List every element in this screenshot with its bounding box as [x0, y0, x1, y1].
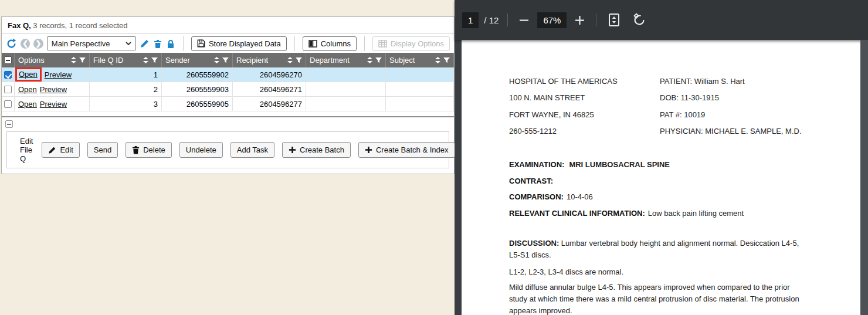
discussion-paragraph: Mild diffuse annular bulge L4-5. This ap… — [509, 282, 807, 315]
scrollbar[interactable] — [860, 40, 868, 315]
row-checkbox[interactable] — [4, 71, 12, 79]
filter-icon[interactable] — [296, 57, 302, 63]
fit-to-page-icon[interactable] — [605, 11, 623, 29]
collapse-row — [2, 117, 454, 131]
recipient-cell: 2604596277 — [233, 97, 306, 111]
filter-icon[interactable] — [375, 57, 382, 63]
zoom-in-icon[interactable] — [572, 13, 587, 28]
column-label: Department — [310, 56, 367, 65]
exam-fields-block: EXAMINATION:MRI LUMBOSACRAL SPINE CONTRA… — [509, 157, 744, 221]
perspective-select-value: Main Perspective — [52, 39, 110, 48]
filter-icon[interactable] — [151, 57, 158, 63]
zoom-out-icon[interactable] — [517, 13, 531, 28]
annotation-highlight-box: Open — [15, 67, 42, 82]
open-link[interactable]: Open — [18, 100, 37, 109]
trash-icon — [132, 145, 140, 154]
add-task-button[interactable]: Add Task — [230, 142, 274, 158]
zoom-level-input[interactable]: 67% — [537, 12, 567, 28]
open-link[interactable]: Open — [19, 70, 38, 79]
edit-button[interactable]: Edit — [42, 142, 79, 158]
filter-icon[interactable] — [443, 57, 450, 63]
discussion-block: DISCUSSION: Lumbar vertebral body height… — [509, 238, 807, 315]
page-count-label: / 12 — [484, 15, 499, 25]
store-displayed-data-label: Store Displayed Data — [209, 39, 281, 48]
fax-q-pane: Fax Q, 3 records, 1 record selected ❮ ❯ … — [0, 0, 455, 315]
delete-perspective-trash-icon[interactable] — [153, 39, 162, 49]
sort-icon[interactable] — [71, 57, 76, 63]
columns-button[interactable]: Columns — [303, 36, 357, 51]
column-header-file-q-id[interactable]: File Q ID — [90, 53, 162, 67]
sender-cell: 2605559903 — [162, 82, 233, 97]
sender-cell: 2605559902 — [162, 67, 233, 82]
perspective-select[interactable]: Main Perspective — [47, 36, 136, 50]
row-checkbox[interactable] — [4, 100, 12, 108]
lock-perspective-icon[interactable] — [166, 39, 175, 49]
recipient-cell: 2604596271 — [233, 82, 306, 97]
sort-icon[interactable] — [435, 57, 440, 63]
nav-next-icon[interactable]: ❯ — [33, 39, 43, 49]
sort-icon[interactable] — [214, 57, 219, 63]
display-options-button[interactable]: Display Options — [372, 36, 450, 51]
row-checkbox[interactable] — [4, 86, 12, 93]
create-batch-index-button[interactable]: Create Batch & Index — [358, 142, 455, 158]
save-icon — [197, 39, 205, 48]
page-number-input[interactable]: 1 — [462, 12, 479, 28]
delete-button-label: Delete — [143, 145, 165, 154]
file-q-id-cell: 2 — [90, 82, 162, 97]
toolbar-separator — [364, 36, 365, 51]
send-button-label: Send — [94, 145, 111, 154]
columns-label: Columns — [321, 39, 351, 48]
department-cell — [306, 97, 386, 111]
undelete-button[interactable]: Undelete — [179, 142, 223, 158]
toolbar-separator — [596, 13, 596, 26]
column-header-recipient[interactable]: Recipient — [233, 53, 306, 67]
edit-perspective-pencil-icon[interactable] — [140, 39, 150, 49]
column-header-options[interactable]: Options — [15, 53, 90, 67]
sort-icon[interactable] — [367, 57, 372, 63]
department-cell — [306, 82, 386, 97]
create-batch-button[interactable]: Create Batch — [282, 142, 351, 158]
display-options-label: Display Options — [391, 39, 444, 48]
nav-previous-icon[interactable]: ❮ — [21, 39, 30, 49]
display-options-grid-icon — [378, 40, 387, 48]
filter-icon[interactable] — [222, 57, 229, 63]
preview-link[interactable]: Preview — [40, 85, 67, 94]
facility-street: 100 N. MAIN STREET — [509, 90, 618, 106]
sender-cell: 2605559905 — [162, 97, 233, 111]
add-task-button-label: Add Task — [237, 145, 268, 154]
facility-phone: 260-555-1212 — [509, 123, 618, 140]
column-header-department[interactable]: Department — [306, 53, 386, 67]
table-row[interactable]: OpenPreview 1 2605559902 2604596270 — [2, 67, 454, 82]
delete-button[interactable]: Delete — [126, 142, 172, 158]
collapse-section-icon[interactable] — [5, 120, 13, 128]
table-row[interactable]: OpenPreview 2 2605559903 2604596271 — [2, 82, 454, 97]
refresh-icon[interactable] — [6, 38, 17, 49]
filter-icon[interactable] — [79, 57, 86, 63]
column-header-sender[interactable]: Sender — [162, 53, 233, 67]
pdf-document-page: HOSPITAL OF THE AMERICAS 100 N. MAIN STR… — [462, 40, 868, 315]
store-displayed-data-button[interactable]: Store Displayed Data — [191, 36, 287, 51]
preview-link[interactable]: Preview — [40, 100, 67, 109]
sort-icon[interactable] — [287, 57, 293, 63]
table-row[interactable]: OpenPreview 3 2605559905 2604596277 — [2, 97, 454, 111]
facility-address-block: HOSPITAL OF THE AMERICAS 100 N. MAIN STR… — [509, 73, 618, 140]
file-q-id-cell: 3 — [90, 97, 162, 111]
field-comparison: COMPARISON:10-4-06 — [509, 189, 744, 205]
column-header-subject[interactable]: Subject — [386, 53, 454, 67]
pdf-viewer-pane: 1 / 12 67% HOSPITAL OF THE AMERICAS 100 … — [455, 0, 868, 315]
send-button[interactable]: Send — [87, 142, 118, 158]
patient-name: PATIENT: William S. Hart — [660, 73, 802, 90]
sort-icon[interactable] — [143, 57, 148, 63]
file-q-id-cell: 1 — [90, 67, 162, 82]
panel-title-name: Fax Q, — [8, 21, 31, 30]
facility-city: FORT WAYNE, IN 46825 — [509, 107, 618, 123]
rotate-icon[interactable] — [630, 11, 649, 29]
subject-cell — [386, 82, 454, 97]
column-label: Sender — [165, 56, 214, 65]
patient-dob: DOB: 11-30-1915 — [660, 90, 802, 106]
preview-link[interactable]: Preview — [45, 70, 72, 79]
select-all-checkbox[interactable] — [4, 56, 12, 64]
open-link[interactable]: Open — [18, 85, 37, 94]
create-batch-index-button-label: Create Batch & Index — [376, 145, 449, 154]
toolbar-separator — [183, 36, 184, 51]
